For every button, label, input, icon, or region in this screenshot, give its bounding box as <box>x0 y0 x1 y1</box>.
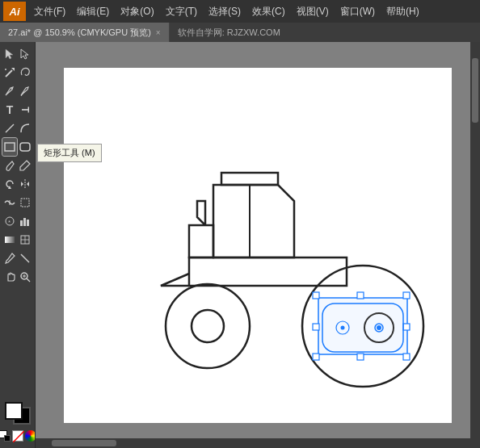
svg-point-34 <box>166 284 250 368</box>
svg-marker-14 <box>27 182 29 186</box>
menu-bar: 文件(F) 编辑(E) 对象(O) 文字(T) 选择(S) 效果(C) 视图(V… <box>29 3 424 20</box>
horizontal-scrollbar[interactable] <box>36 438 470 448</box>
transform-tools-group <box>2 175 32 193</box>
free-transform-tool[interactable] <box>18 194 32 211</box>
svg-line-2 <box>6 70 12 77</box>
svg-rect-20 <box>23 218 26 226</box>
arc-tool[interactable] <box>18 119 32 137</box>
tractor-drawing <box>64 68 452 423</box>
reflect-tool[interactable] <box>18 175 32 193</box>
title-bar: Ai 文件(F) 编辑(E) 对象(O) 文字(T) 选择(S) 效果(C) 视… <box>0 0 480 23</box>
gradient-blend-group <box>2 231 32 249</box>
none-icon[interactable] <box>12 430 23 442</box>
canvas-background <box>36 42 480 448</box>
main-layout: T T 矩形工具 (M) <box>0 42 480 448</box>
line-tool[interactable] <box>2 119 17 137</box>
wand-lasso-group <box>2 64 32 82</box>
svg-marker-1 <box>21 49 28 59</box>
fill-stroke-swatches[interactable] <box>2 400 33 427</box>
document-tab[interactable]: 27.ai* @ 150.9% (CMYK/GPU 预览) × <box>0 23 170 42</box>
pen-tool[interactable] <box>2 82 17 100</box>
shape-tools-group <box>2 119 32 137</box>
hand-tool[interactable] <box>2 268 17 286</box>
svg-rect-10 <box>20 143 30 151</box>
svg-rect-40 <box>313 354 319 360</box>
svg-rect-19 <box>20 220 23 226</box>
column-graph-tool[interactable] <box>18 212 32 230</box>
svg-rect-43 <box>357 354 364 360</box>
fill-swatch[interactable] <box>5 402 23 420</box>
default-colors-icon[interactable] <box>0 430 11 442</box>
lasso-tool[interactable] <box>18 64 32 82</box>
ai-logo: Ai <box>3 2 26 21</box>
svg-rect-39 <box>403 292 410 299</box>
scrollbar-corner <box>470 438 480 448</box>
left-toolbar: T T 矩形工具 (M) <box>0 42 36 448</box>
menu-effect[interactable]: 效果(C) <box>247 3 290 20</box>
selection-tool[interactable] <box>2 45 17 63</box>
menu-select[interactable]: 选择(S) <box>204 3 246 20</box>
canvas-area[interactable] <box>36 42 480 448</box>
svg-rect-44 <box>313 324 319 330</box>
svg-point-6 <box>11 88 13 90</box>
symbol-chart-group: * <box>2 212 32 230</box>
menu-help[interactable]: 帮助(H) <box>381 3 424 20</box>
menu-text[interactable]: 文字(T) <box>161 3 202 20</box>
direct-selection-tool[interactable] <box>18 45 32 63</box>
gradient-tool[interactable] <box>2 231 17 249</box>
svg-line-27 <box>21 254 23 256</box>
svg-line-8 <box>6 124 14 132</box>
menu-window[interactable]: 窗口(W) <box>335 3 380 20</box>
rounded-rect-tool[interactable] <box>18 138 32 156</box>
svg-text:*: * <box>8 219 11 226</box>
rect-tools-group <box>2 138 32 156</box>
pen-tools-group <box>2 82 32 100</box>
h-scrollbar-thumb[interactable] <box>52 440 116 446</box>
symbol-tool[interactable]: * <box>2 212 17 230</box>
svg-rect-42 <box>357 292 364 299</box>
svg-line-29 <box>27 278 30 282</box>
svg-rect-21 <box>27 220 29 226</box>
svg-rect-16 <box>21 199 29 207</box>
menu-edit[interactable]: 编辑(E) <box>72 3 114 20</box>
svg-point-48 <box>377 325 381 330</box>
svg-line-32 <box>13 431 24 442</box>
zoom-tool[interactable] <box>18 268 32 286</box>
svg-marker-13 <box>21 182 23 186</box>
width-tool[interactable] <box>2 194 17 211</box>
hand-zoom-group <box>2 268 32 286</box>
selection-tools-group <box>2 45 32 63</box>
svg-rect-9 <box>5 143 15 151</box>
v-scrollbar-thumb[interactable] <box>472 58 478 123</box>
magic-wand-tool[interactable] <box>2 64 17 82</box>
pencil-tool[interactable] <box>18 157 32 174</box>
svg-rect-38 <box>313 292 319 299</box>
tab-close-button[interactable]: × <box>156 28 161 37</box>
color-mode-icon[interactable] <box>25 430 36 442</box>
brush-tools-group <box>2 157 32 174</box>
rotate-tool[interactable] <box>2 175 17 193</box>
color-icons-row <box>0 430 36 442</box>
color-area <box>2 400 33 445</box>
canvas-white <box>64 68 452 423</box>
warp-tools-group <box>2 194 32 211</box>
vertical-scrollbar[interactable] <box>470 42 480 438</box>
eyedropper-tool[interactable] <box>2 249 17 267</box>
anchor-point-tool[interactable] <box>18 82 32 100</box>
tab-info: 软件自学网: RJZXW.COM <box>170 27 480 39</box>
svg-point-35 <box>192 310 224 342</box>
menu-view[interactable]: 视图(V) <box>292 3 334 20</box>
rectangle-tool[interactable] <box>2 138 17 156</box>
paintbrush-tool[interactable] <box>2 157 17 174</box>
type-tool[interactable]: T <box>2 101 17 119</box>
vertical-type-tool[interactable]: T <box>18 101 32 119</box>
eyedropper-paint-group <box>2 249 32 267</box>
menu-file[interactable]: 文件(F) <box>29 3 70 20</box>
tab-bar: 27.ai* @ 150.9% (CMYK/GPU 预览) × 软件自学网: R… <box>0 23 480 42</box>
measure-tool[interactable] <box>18 249 32 267</box>
svg-rect-45 <box>403 324 410 330</box>
mesh-tool[interactable] <box>18 231 32 249</box>
menu-object[interactable]: 对象(O) <box>116 3 158 20</box>
svg-marker-0 <box>6 49 13 59</box>
tab-label: 27.ai* @ 150.9% (CMYK/GPU 预览) <box>8 27 151 39</box>
